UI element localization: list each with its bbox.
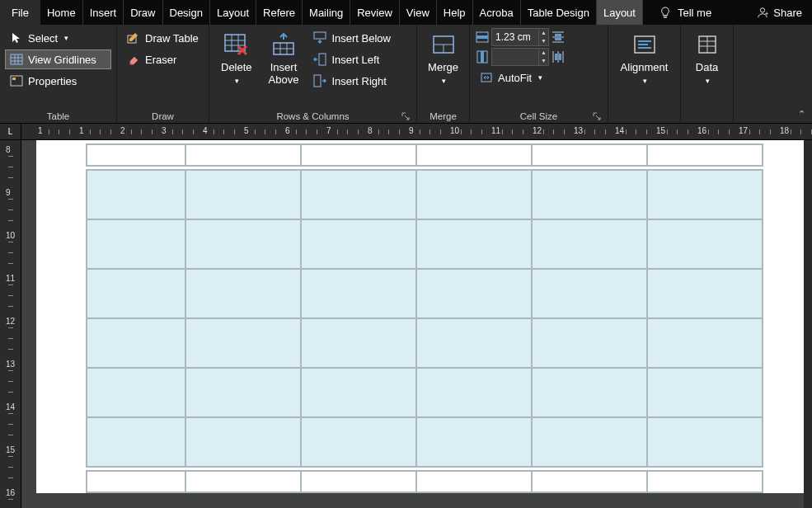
svg-rect-31 <box>555 38 561 40</box>
alignment-button[interactable]: Alignment▾ <box>614 28 675 87</box>
ruler-corner[interactable]: L <box>0 124 21 140</box>
row-height-input[interactable]: ▲▼ <box>491 28 549 46</box>
alignment-label: Alignment <box>621 61 669 73</box>
svg-rect-19 <box>314 32 326 39</box>
eraser-label: Eraser <box>145 54 176 66</box>
draw-table-button[interactable]: Draw Table <box>122 28 204 48</box>
tab-insert[interactable]: Insert <box>83 0 124 25</box>
collapse-ribbon-icon[interactable]: ⌃ <box>798 109 805 120</box>
spin-up[interactable]: ▲ <box>538 49 548 57</box>
tab-help[interactable]: Help <box>437 0 473 25</box>
group-table: Select ▾ View Gridlines Properties Table <box>0 25 117 123</box>
group-merge: Merge▾ Merge <box>417 25 470 123</box>
spin-down[interactable]: ▼ <box>538 37 548 45</box>
dialog-launcher-icon[interactable] <box>593 112 601 120</box>
autofit-icon <box>480 71 493 84</box>
delete-button[interactable]: Delete▾ <box>214 28 259 87</box>
tab-acrobat[interactable]: Acroba <box>473 0 521 25</box>
group-draw-label: Draw <box>122 109 204 123</box>
select-button[interactable]: Select ▾ <box>5 28 111 48</box>
eraser-button[interactable]: Eraser <box>122 49 204 69</box>
table-row[interactable] <box>87 170 763 219</box>
svg-text:+: + <box>765 10 768 17</box>
group-rows-columns: Delete▾ Insert Above Insert Below Insert… <box>209 25 417 123</box>
svg-rect-21 <box>314 75 321 87</box>
svg-rect-26 <box>476 35 488 39</box>
insert-below-button[interactable]: Insert Below <box>308 28 396 48</box>
horizontal-ruler[interactable]: 1123456789101112131415161718 <box>21 124 812 140</box>
svg-rect-8 <box>12 78 16 80</box>
vertical-ruler[interactable]: 8910111213141516 <box>0 140 21 508</box>
view-gridlines-button[interactable]: View Gridlines <box>5 49 111 69</box>
table-row[interactable] <box>87 219 763 269</box>
autofit-button[interactable]: AutoFit ▾ <box>475 68 603 87</box>
col-width-input[interactable]: ▲▼ <box>491 48 549 66</box>
insert-above-button[interactable]: Insert Above <box>262 28 306 86</box>
select-label: Select <box>28 32 58 45</box>
insert-right-label: Insert Right <box>331 75 386 87</box>
properties-label: Properties <box>28 75 77 87</box>
table-row[interactable] <box>87 269 763 318</box>
insert-left-label: Insert Left <box>331 54 379 66</box>
svg-rect-7 <box>11 76 22 86</box>
table-row[interactable] <box>87 471 763 492</box>
properties-icon <box>10 74 23 87</box>
data-label: Data <box>696 61 718 73</box>
insert-left-button[interactable]: Insert Left <box>308 49 396 69</box>
tab-review[interactable]: Review <box>350 0 400 25</box>
insert-left-icon <box>313 53 326 66</box>
insert-right-button[interactable]: Insert Right <box>308 71 396 91</box>
table-row[interactable] <box>87 417 763 467</box>
tab-design[interactable]: Design <box>163 0 210 25</box>
merge-button[interactable]: Merge▾ <box>421 28 465 87</box>
merge-icon <box>430 31 457 58</box>
group-draw: Draw Table Eraser Draw <box>117 25 209 123</box>
chevron-down-icon: ▾ <box>64 34 68 42</box>
cursor-icon <box>10 31 23 45</box>
group-merge-label: Merge <box>422 109 464 123</box>
draw-table-label: Draw Table <box>145 32 199 45</box>
spin-down[interactable]: ▼ <box>538 57 548 65</box>
document-table[interactable] <box>86 143 763 493</box>
chevron-down-icon: ▾ <box>442 77 446 85</box>
share-button[interactable]: + Share <box>747 0 812 25</box>
tab-table-layout[interactable]: Layout <box>597 0 643 25</box>
tab-mailings[interactable]: Mailing <box>303 0 350 25</box>
svg-rect-37 <box>555 54 557 60</box>
group-alignment: Alignment▾ <box>608 25 681 123</box>
vertical-scrollbar[interactable] <box>804 140 812 508</box>
tab-draw[interactable]: Draw <box>124 0 162 25</box>
insert-right-icon <box>313 74 326 87</box>
spin-up[interactable]: ▲ <box>538 29 548 37</box>
person-icon: + <box>757 7 768 18</box>
col-width-field[interactable] <box>492 51 538 63</box>
view-gridlines-label: View Gridlines <box>28 54 96 66</box>
distribute-rows-icon[interactable] <box>551 30 566 45</box>
tab-layout[interactable]: Layout <box>210 0 256 25</box>
tab-file[interactable]: File <box>0 0 40 25</box>
alignment-icon <box>631 31 658 58</box>
tab-view[interactable]: View <box>400 0 437 25</box>
tab-table-design[interactable]: Table Design <box>521 0 597 25</box>
chevron-down-icon: ▾ <box>235 77 239 85</box>
dialog-launcher-icon[interactable] <box>401 112 410 120</box>
table-row[interactable] <box>87 318 763 368</box>
group-data: Data▾ <box>681 25 734 123</box>
document-area[interactable] <box>21 140 812 508</box>
properties-button[interactable]: Properties <box>5 71 111 91</box>
tell-me-search[interactable]: Tell me <box>648 0 723 25</box>
row-height-field[interactable] <box>492 31 538 43</box>
table-row[interactable] <box>87 144 763 166</box>
tab-references[interactable]: Refere <box>256 0 303 25</box>
row-height-icon <box>475 30 490 45</box>
table-row[interactable] <box>87 368 763 417</box>
ribbon: Select ▾ View Gridlines Properties Table <box>0 25 812 124</box>
distribute-cols-icon[interactable] <box>551 49 566 64</box>
tab-home[interactable]: Home <box>40 0 83 25</box>
group-table-label: Table <box>5 109 111 123</box>
share-label: Share <box>773 7 802 19</box>
merge-label: Merge <box>428 61 458 73</box>
data-button[interactable]: Data▾ <box>688 28 727 87</box>
col-width-icon <box>475 49 490 64</box>
svg-rect-2 <box>11 54 22 64</box>
